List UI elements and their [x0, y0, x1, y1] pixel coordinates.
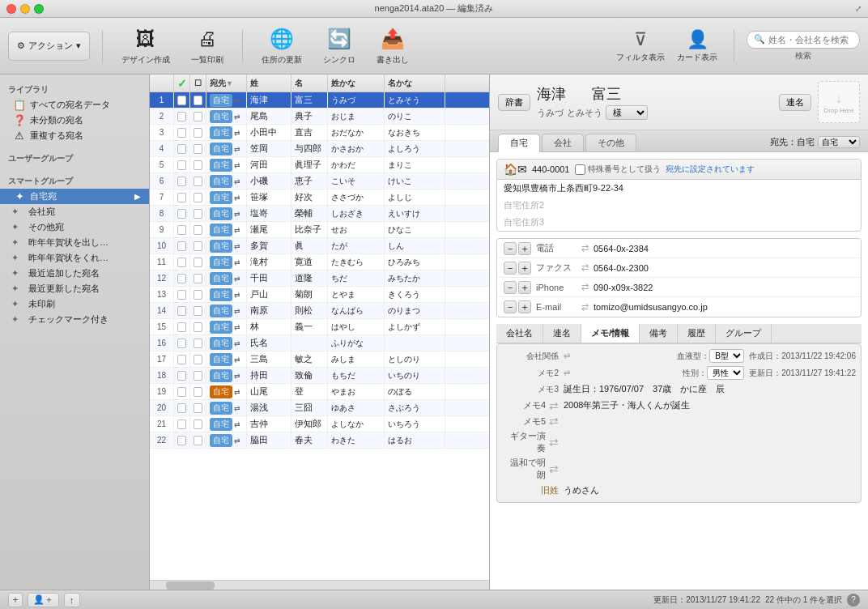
help-button[interactable]: ?	[847, 594, 860, 607]
table-row[interactable]: 17 自宅⇄ 三島 敏之 みしま としのり	[150, 351, 489, 368]
checkbox-2[interactable]	[194, 144, 202, 154]
checkbox-2[interactable]	[194, 258, 202, 267]
table-row[interactable]: 13 自宅⇄ 戸山 菊朗 とやま きくろう	[150, 287, 489, 303]
avatar-drop-zone[interactable]: ↓ Drop Here	[818, 81, 860, 123]
cell-check1[interactable]	[174, 157, 190, 172]
checkbox-2[interactable]	[194, 339, 202, 348]
checkbox-2[interactable]	[194, 225, 202, 235]
cell-check2[interactable]	[190, 238, 206, 253]
cell-check2[interactable]	[190, 368, 206, 383]
design-button[interactable]: 🖼 デザイン作成	[115, 23, 177, 69]
remove-phone-2-button[interactable]: －	[504, 262, 517, 275]
checkbox-2[interactable]	[194, 128, 202, 138]
cell-check1[interactable]	[174, 368, 190, 383]
checkbox-2[interactable]	[194, 96, 202, 105]
col-header-first[interactable]: 名	[291, 75, 328, 92]
sidebar-item-other-dest[interactable]: ✦ その他宛	[0, 219, 149, 235]
table-row[interactable]: 8 自宅⇄ 塩嵜 榮輔 しおざき えいすけ	[150, 206, 489, 222]
checkbox-2[interactable]	[194, 209, 202, 219]
table-row[interactable]: 9 自宅⇄ 瀬尾 比奈子 せお ひなこ	[150, 222, 489, 238]
cell-check2[interactable]	[190, 319, 206, 334]
checkbox-2[interactable]	[194, 112, 202, 121]
cell-check2[interactable]	[190, 335, 206, 351]
checkbox-2[interactable]	[194, 436, 202, 445]
cell-check2[interactable]	[190, 92, 206, 108]
cell-check1[interactable]	[174, 141, 190, 156]
maximize-button[interactable]	[34, 4, 44, 14]
cell-check2[interactable]	[190, 287, 206, 302]
table-row[interactable]: 10 自宅⇄ 多賀 眞 たが しん	[150, 238, 489, 254]
cell-check2[interactable]	[190, 125, 206, 140]
checkbox-1[interactable]	[177, 419, 186, 429]
table-row[interactable]: 20 自宅⇄ 湯浅 三囧 ゆあさ さぶろう	[150, 400, 489, 416]
card-view-button[interactable]: 👤 カード表示	[673, 29, 721, 63]
table-row[interactable]: 18 自宅⇄ 持田 致倫 もちだ いちのり	[150, 368, 489, 384]
table-row[interactable]: 21 自宅⇄ 吉仲 伊知郎 よしなか いちろう	[150, 416, 489, 432]
checkbox-1[interactable]	[177, 274, 186, 283]
cell-check2[interactable]	[190, 157, 206, 172]
table-row[interactable]: 5 自宅⇄ 河田 眞理子 かわだ まりこ	[150, 157, 489, 173]
checkbox-1[interactable]	[177, 177, 186, 186]
table-row[interactable]: 3 自宅⇄ 小田中 直吉 おだなか なおきち	[150, 125, 489, 141]
table-row[interactable]: 16 自宅⇄ 氏名 ふりがな	[150, 335, 489, 351]
minimize-button[interactable]	[20, 4, 30, 14]
cell-check1[interactable]	[174, 319, 190, 334]
cell-check2[interactable]	[190, 303, 206, 318]
checkbox-2[interactable]	[194, 290, 202, 300]
add-record-button[interactable]: ＋	[8, 593, 23, 607]
tab-company[interactable]: 会社	[542, 134, 584, 151]
col-header-last[interactable]: 姓	[247, 75, 291, 92]
action-button[interactable]: ⚙ アクション ▾	[8, 32, 90, 61]
sidebar-item-recently-updated[interactable]: ✦ 最近更新した宛名	[0, 281, 149, 296]
dict-button[interactable]: 辞書	[498, 94, 530, 111]
checkbox-1[interactable]	[177, 241, 186, 251]
cell-check2[interactable]	[190, 384, 206, 399]
tab-notes[interactable]: 備考	[640, 324, 678, 343]
checkbox-1[interactable]	[177, 403, 186, 413]
suffix-select[interactable]: 様 御中 殿	[606, 105, 648, 120]
checkbox-1[interactable]	[177, 144, 186, 154]
tab-history[interactable]: 履歴	[678, 324, 716, 343]
cell-check1[interactable]	[174, 206, 190, 221]
sidebar-item-last-year-received[interactable]: ✦ 昨年年賀状をくれ…	[0, 250, 149, 266]
col-header-check2[interactable]: ☐	[190, 75, 206, 92]
checkbox-1[interactable]	[177, 355, 186, 364]
search-input[interactable]	[768, 35, 853, 45]
cell-check2[interactable]	[190, 206, 206, 221]
checkbox-1[interactable]	[177, 209, 186, 219]
share-button[interactable]: ↑	[64, 593, 80, 607]
col-header-dest[interactable]: 宛先 ▼	[206, 75, 247, 92]
sync-button[interactable]: 🔄 シンクロ	[317, 23, 362, 69]
tab-home[interactable]: 自宅	[498, 134, 540, 152]
dest-select[interactable]: 自宅 会社 その他	[818, 136, 860, 148]
cell-check1[interactable]	[174, 303, 190, 318]
tab-other[interactable]: その他	[585, 134, 636, 151]
gender-select[interactable]: 男性	[707, 366, 744, 380]
col-header-lastkana[interactable]: 姓かな	[328, 75, 385, 92]
cell-check2[interactable]	[190, 190, 206, 205]
cell-check1[interactable]	[174, 125, 190, 140]
checkbox-2[interactable]	[194, 274, 202, 283]
cell-check1[interactable]	[174, 384, 190, 399]
checkbox-1[interactable]	[177, 306, 186, 316]
add-phone-4-button[interactable]: ＋	[518, 300, 531, 313]
cell-check1[interactable]	[174, 351, 190, 367]
remove-phone-1-button[interactable]: －	[504, 242, 517, 255]
cell-check1[interactable]	[174, 335, 190, 351]
table-row[interactable]: 19 自宅⇄ 山尾 登 やまお のぼる	[150, 384, 489, 400]
table-row[interactable]: 15 自宅⇄ 林 義一 はやし よしかず	[150, 319, 489, 335]
cell-check1[interactable]	[174, 109, 190, 124]
checkbox-1[interactable]	[177, 225, 186, 235]
set-as-dest-link[interactable]: 宛先に設定されています	[666, 164, 755, 175]
cell-check1[interactable]	[174, 254, 190, 270]
sidebar-item-duplicates[interactable]: ⚠ 重複する宛名	[0, 128, 149, 143]
sidebar-item-company-dest[interactable]: ✦ 会社宛	[0, 204, 149, 219]
checkbox-2[interactable]	[194, 193, 202, 202]
checkbox-2[interactable]	[194, 160, 202, 170]
remove-phone-3-button[interactable]: －	[504, 281, 517, 294]
checkbox-2[interactable]	[194, 322, 202, 332]
cell-check1[interactable]	[174, 287, 190, 302]
sidebar-item-recently-added[interactable]: ✦ 最近追加した宛名	[0, 266, 149, 281]
add-phone-3-button[interactable]: ＋	[518, 281, 531, 294]
blood-select[interactable]: B型	[709, 349, 744, 363]
